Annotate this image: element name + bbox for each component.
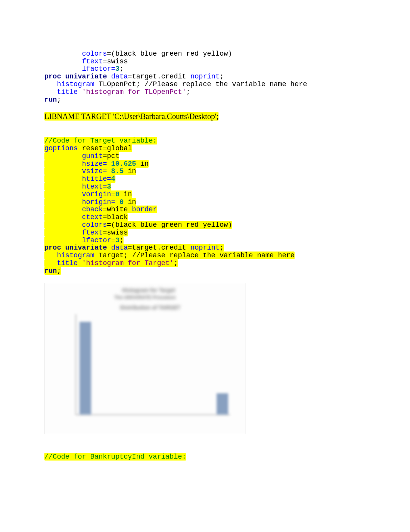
code-token: colors: [44, 50, 107, 58]
code-token: =(black blue green red yellow): [107, 221, 232, 229]
code-token: =target.credit: [128, 244, 190, 252]
code-token: ;: [174, 259, 178, 267]
code-token: =black: [103, 213, 128, 221]
code-block-1: colors=(black blue green red yellow) fte…: [44, 42, 366, 104]
code-token: Target; //Please replace the variable na…: [95, 252, 295, 259]
code-token: ;: [57, 96, 61, 104]
code-token: 8.5: [111, 167, 124, 175]
code-token: vorigin=: [44, 190, 115, 198]
code-token: 'histogram for Target': [82, 259, 174, 267]
code-token: in: [124, 198, 136, 206]
code-token: run: [44, 96, 57, 104]
code-token: cback: [44, 206, 103, 213]
code-token: ;: [220, 244, 224, 252]
code-token: data: [111, 73, 128, 80]
code-token: goptions: [44, 144, 78, 152]
code-token: univariate: [65, 73, 107, 80]
document-page: colors=(black blue green red yellow) fte…: [0, 0, 410, 476]
code-comment: //Code for BankruptcyInd variable:: [44, 453, 186, 461]
chart-title-2: The UNIVARIATE Procedure: [114, 295, 176, 300]
code-token: data: [111, 244, 128, 252]
code-token: =swiss: [103, 229, 128, 236]
code-token: border: [132, 206, 157, 213]
code-token: ftext: [44, 58, 103, 65]
chart-title-3: Distribution of TARGET: [120, 304, 180, 311]
code-token: =pct: [103, 152, 119, 160]
code-token: ;: [119, 65, 124, 73]
code-token: ;: [57, 267, 61, 275]
code-token: ;: [220, 73, 224, 80]
code-token: =(black blue green red yellow): [107, 50, 232, 58]
code-token: in: [124, 167, 136, 175]
code-token: ;: [119, 236, 124, 244]
code-token: ;: [186, 88, 190, 96]
code-token: noprint: [190, 244, 220, 252]
code-token: =white: [103, 206, 132, 213]
code-token: reset=global: [78, 144, 132, 152]
code-token: 3: [107, 183, 111, 190]
code-token: ftext: [44, 229, 103, 236]
chart-title-1: Histogram for Target: [122, 287, 175, 293]
code-token: 0: [115, 190, 120, 198]
code-token: 4: [111, 175, 115, 183]
code-token: proc: [44, 244, 61, 252]
code-block-3: //Code for BankruptcyInd variable:: [44, 446, 366, 461]
code-token: 'histogram for TLOpenPct': [82, 88, 186, 96]
code-token: proc: [44, 73, 61, 80]
code-token: =swiss: [103, 58, 128, 65]
code-block-2: //Code for Target variable: goptions res…: [44, 129, 366, 275]
libname-text: LIBNAME TARGET 'C:\User\Barbara.Coutts\D…: [44, 112, 219, 121]
code-token: 10.625: [111, 160, 136, 168]
code-token: histogram: [44, 252, 95, 259]
code-token: histogram: [44, 80, 95, 88]
code-token: in: [119, 190, 132, 198]
code-token: hsize=: [44, 160, 111, 168]
code-token: htext=: [44, 183, 107, 190]
code-token: lfactor=: [44, 65, 115, 73]
code-token: lfactor=: [44, 236, 115, 244]
code-token: title: [44, 259, 78, 267]
code-token: in: [136, 160, 149, 168]
code-token: htitle=: [44, 175, 111, 183]
code-token: gunit: [44, 152, 103, 160]
code-token: vsize=: [44, 167, 111, 175]
code-token: =target.credit: [128, 73, 190, 80]
code-token: noprint: [190, 73, 220, 80]
code-token: 3: [115, 236, 120, 244]
code-token: horigin=: [44, 198, 119, 206]
code-token: colors: [44, 221, 107, 229]
code-token: TLOpenPct; //Please replace the variable…: [95, 80, 307, 88]
code-token: run: [44, 267, 57, 275]
code-token: title: [44, 88, 78, 96]
code-token: ctext: [44, 213, 103, 221]
histogram-image-blurred: Histogram for Target The UNIVARIATE Proc…: [44, 283, 246, 434]
libname-statement: LIBNAME TARGET 'C:\User\Barbara.Coutts\D…: [44, 112, 366, 121]
code-token: 3: [115, 65, 120, 73]
code-token: 0: [119, 198, 124, 206]
code-token: univariate: [65, 244, 107, 252]
code-comment: //Code for Target variable:: [44, 137, 157, 144]
